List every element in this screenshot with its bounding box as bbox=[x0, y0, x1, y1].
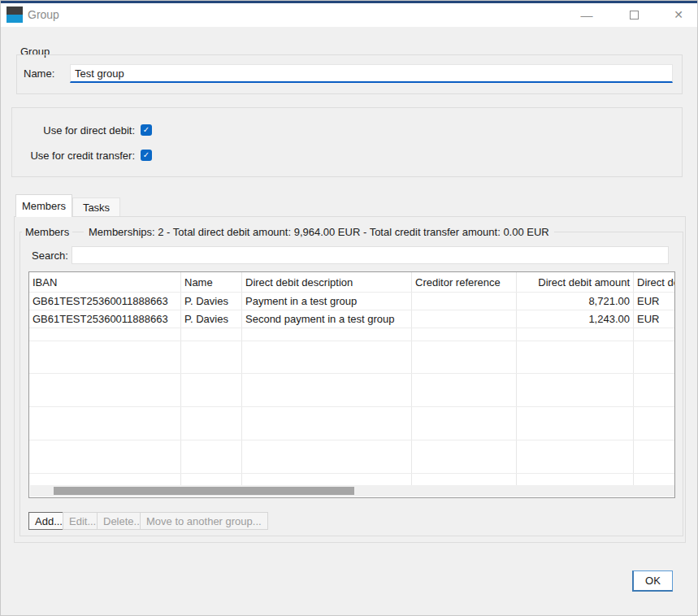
move-to-another-group-button[interactable]: Move to another group... bbox=[140, 512, 268, 530]
cell-creditor-reference bbox=[412, 310, 517, 328]
members-table[interactable]: IBAN Name Direct debit description Credi… bbox=[28, 271, 675, 498]
members-box-caption: Members bbox=[22, 226, 72, 238]
empty-table-row bbox=[29, 374, 675, 407]
cell-name: P. Davies bbox=[181, 310, 242, 328]
column-header-name[interactable]: Name bbox=[181, 272, 242, 292]
members-box: Members Memberships: 2 - Total direct de… bbox=[20, 232, 683, 536]
empty-table-row bbox=[29, 474, 675, 486]
empty-table-row bbox=[29, 341, 675, 374]
direct-debit-checkbox[interactable]: ✓ bbox=[141, 124, 152, 136]
options-box bbox=[11, 107, 683, 177]
app-icon-top bbox=[7, 7, 23, 15]
minimize-icon: — bbox=[581, 8, 593, 22]
group-dialog-window: Group — ✕ Group Name: Use for direct deb… bbox=[0, 0, 698, 616]
minimize-button[interactable]: — bbox=[574, 5, 599, 24]
ok-button[interactable]: OK bbox=[632, 570, 673, 592]
column-header-direct-debit-amount[interactable]: Direct debit amount bbox=[517, 272, 634, 292]
tab-members[interactable]: Members bbox=[15, 194, 72, 217]
members-tab-pane: Members Memberships: 2 - Total direct de… bbox=[14, 216, 686, 543]
horizontal-scrollbar[interactable] bbox=[30, 485, 674, 497]
name-input[interactable] bbox=[70, 64, 673, 83]
cell-amount: 8,721.00 bbox=[517, 293, 634, 310]
tab-tasks[interactable]: Tasks bbox=[72, 197, 120, 217]
table-row[interactable]: GB61TEST25360011888663 P. Davies Second … bbox=[29, 310, 675, 328]
cell-currency: EUR bbox=[634, 293, 675, 310]
column-header-iban[interactable]: IBAN bbox=[29, 272, 181, 292]
titlebar[interactable]: Group — ✕ bbox=[1, 3, 698, 27]
credit-transfer-label: Use for credit transfer: bbox=[11, 150, 135, 162]
app-icon bbox=[7, 7, 23, 23]
cell-currency: EUR bbox=[634, 310, 675, 328]
cell-iban: GB61TEST25360011888663 bbox=[29, 310, 181, 328]
tab-tasks-label: Tasks bbox=[83, 202, 110, 214]
cell-amount: 1,243.00 bbox=[517, 310, 634, 328]
maximize-button[interactable] bbox=[622, 5, 646, 24]
check-icon: ✓ bbox=[143, 151, 150, 159]
direct-debit-label: Use for direct debit: bbox=[11, 124, 135, 137]
maximize-icon bbox=[630, 11, 639, 20]
empty-table-row bbox=[29, 328, 675, 341]
members-summary: Memberships: 2 - Total direct debit amou… bbox=[84, 226, 554, 238]
search-label: Search: bbox=[32, 249, 68, 262]
empty-table-row bbox=[29, 407, 675, 440]
table-row[interactable]: GB61TEST25360011888663 P. Davies Payment… bbox=[29, 293, 675, 310]
cell-description: Second payment in a test group bbox=[242, 310, 412, 328]
close-icon: ✕ bbox=[674, 8, 683, 21]
search-input[interactable] bbox=[72, 246, 669, 264]
close-button[interactable]: ✕ bbox=[666, 5, 691, 24]
window-title: Group bbox=[28, 8, 59, 21]
empty-table-row bbox=[29, 440, 675, 474]
column-header-creditor-reference[interactable]: Creditor reference bbox=[412, 272, 517, 292]
credit-transfer-checkbox[interactable]: ✓ bbox=[141, 150, 152, 161]
check-icon: ✓ bbox=[143, 126, 150, 134]
column-header-direct-debit-currency[interactable]: Direct debit currency bbox=[634, 272, 675, 292]
name-label: Name: bbox=[24, 67, 54, 80]
cell-name: P. Davies bbox=[181, 293, 242, 310]
tab-members-label: Members bbox=[22, 200, 66, 212]
cell-description: Payment in a test group bbox=[242, 293, 412, 310]
app-icon-bottom bbox=[7, 15, 23, 23]
horizontal-scrollbar-thumb[interactable] bbox=[54, 487, 354, 495]
cell-iban: GB61TEST25360011888663 bbox=[29, 293, 181, 310]
column-header-direct-debit-description[interactable]: Direct debit description bbox=[242, 272, 412, 292]
cell-creditor-reference bbox=[412, 293, 517, 310]
table-header-row: IBAN Name Direct debit description Credi… bbox=[29, 272, 675, 293]
